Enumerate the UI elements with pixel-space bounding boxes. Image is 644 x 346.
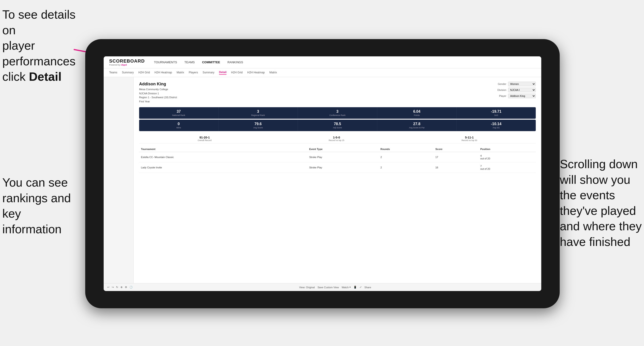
subnav-detail[interactable]: Detail	[219, 71, 227, 75]
cell-tournament: Lady Coyote Invite	[139, 163, 292, 173]
save-custom-button[interactable]: Save Custom View	[318, 286, 339, 289]
player-college: Mesa Community College	[139, 87, 177, 92]
record-item: 91-20-1Overall Record	[198, 136, 212, 142]
nav-rankings[interactable]: RANKINGS	[227, 60, 243, 64]
device-button[interactable]: 📱	[354, 286, 357, 289]
record-item: 5-11-1Record vs top 50	[462, 136, 477, 142]
col-position: Position	[478, 146, 536, 152]
gender-filter-row: Gender Women Men	[494, 82, 536, 86]
annotation-bold: Detail	[29, 70, 62, 83]
player-select[interactable]: Addison King	[508, 94, 536, 98]
annotation-r5: and where they	[560, 219, 642, 233]
refresh-button[interactable]: ↻	[116, 286, 118, 289]
subnav-h2h-grid2[interactable]: H2H Grid	[231, 71, 242, 75]
tournament-table: Tournament Event Type Rounds Score Posit…	[139, 146, 536, 173]
stat-cell: 0Wins	[139, 120, 218, 131]
zoom-button[interactable]: ⊕	[120, 286, 122, 289]
tablet-screen: SCOREBOARD Powered by clippd TOURNAMENTS…	[104, 56, 541, 291]
annotation-bottom-left: You can see rankings and key information	[2, 175, 80, 237]
subnav-h2h-heatmap2[interactable]: H2H Heatmap	[247, 71, 265, 75]
clock-button[interactable]: 🕐	[130, 286, 133, 289]
player-region: Region 1 - Southwest (18) District	[139, 95, 177, 100]
main-content: Addison King Mesa Community College NJCA…	[134, 77, 541, 283]
content-area: Addison King Mesa Community College NJCA…	[104, 77, 541, 283]
stat-cell: 3Regional Rank	[218, 107, 298, 119]
player-header: Addison King Mesa Community College NJCA…	[139, 82, 536, 104]
sub-nav: Teams Summary H2H Grid H2H Heatmap Matri…	[104, 68, 541, 77]
annotation-r6: have finished	[560, 235, 630, 248]
division-select[interactable]: NJCAA I NJCAA II	[508, 88, 536, 92]
subnav-h2h-grid[interactable]: H2H Grid	[138, 71, 150, 75]
annotation-line3: click	[2, 70, 29, 83]
subnav-summary[interactable]: Summary	[122, 71, 134, 75]
annotation-top-left: To see details on player performances cl…	[2, 7, 80, 85]
subnav-teams[interactable]: Teams	[109, 71, 117, 75]
subnav-matrix[interactable]: Matrix	[177, 71, 184, 75]
redo-button[interactable]: ↪	[112, 286, 114, 289]
stat-cell: 79.6Avg Score	[218, 120, 298, 131]
app-header: SCOREBOARD Powered by clippd TOURNAMENTS…	[104, 56, 541, 68]
view-original-button[interactable]: View: Original	[299, 286, 315, 289]
cell-spacer	[292, 163, 307, 173]
annotation-r4: they've played	[560, 204, 636, 217]
stat-cell: -10.14Avg SG	[456, 120, 536, 131]
stat-cell: 6.04Points	[377, 107, 457, 119]
subnav-matrix2[interactable]: Matrix	[270, 71, 277, 75]
watch-label: Watch	[342, 286, 349, 289]
cell-position: 4 out of 20	[478, 152, 536, 163]
cell-score: 16	[434, 163, 478, 173]
share-label: Share	[364, 286, 371, 289]
record-item: 1-5-0Record vs top 25	[329, 136, 344, 142]
watch-button[interactable]: Watch ▾	[342, 286, 351, 289]
player-info: Addison King Mesa Community College NJCA…	[139, 82, 177, 104]
share-button[interactable]: Share	[364, 286, 371, 289]
player-filter-row: Player Addison King	[494, 94, 536, 98]
col-tournament: Tournament	[139, 146, 292, 152]
save-custom-label: Save Custom View	[318, 286, 339, 289]
stats-row2: 0Wins79.6Avg Score78.5Adj Score27.8Avg S…	[139, 120, 536, 131]
table-body: Estella CC- Mountain Classic Stroke Play…	[139, 152, 536, 173]
subnav-summary2[interactable]: Summary	[202, 71, 214, 75]
division-filter-row: Division NJCAA I NJCAA II	[494, 88, 536, 92]
nav-committee[interactable]: COMMITTEE	[202, 60, 220, 64]
cell-rounds: 2	[379, 163, 434, 173]
cell-event-type: Stroke Play	[307, 152, 378, 163]
logo-clippd: clippd	[121, 64, 127, 66]
view-original-label: View: Original	[299, 286, 315, 289]
scoreboard-logo: SCOREBOARD Powered by clippd	[109, 58, 145, 66]
gender-select[interactable]: Women Men	[508, 82, 536, 86]
table-head: Tournament Event Type Rounds Score Posit…	[139, 146, 536, 152]
annotation-bl3: key information	[2, 207, 62, 236]
player-name: Addison King	[139, 82, 177, 86]
stat-cell: 27.8Avg Score to Par	[377, 120, 457, 131]
subnav-h2h-heatmap[interactable]: H2H Heatmap	[154, 71, 172, 75]
nav-teams[interactable]: TEAMS	[184, 60, 195, 64]
cell-spacer	[292, 152, 307, 163]
col-rounds: Rounds	[379, 146, 434, 152]
bottom-toolbar: ↩ ↪ ↻ ⊕ ⚙ 🕐 View: Original Save Custom V…	[104, 283, 541, 291]
stat-cell: 3Conference Rank	[298, 107, 377, 119]
main-nav: TOURNAMENTS TEAMS COMMITTEE RANKINGS	[154, 60, 243, 64]
tablet: SCOREBOARD Powered by clippd TOURNAMENTS…	[85, 39, 560, 308]
annotation-line2: player performances	[2, 39, 76, 68]
subnav-players[interactable]: Players	[189, 71, 198, 75]
cell-position: 7 out of 20	[478, 163, 536, 173]
annotation-bl1: You can see	[2, 176, 68, 189]
undo-button[interactable]: ↩	[107, 286, 110, 289]
division-label: Division	[494, 89, 506, 91]
table-header-row: Tournament Event Type Rounds Score Posit…	[139, 146, 536, 152]
stats-row1: 37National Rank3Regional Rank3Conference…	[139, 107, 536, 119]
cell-score: 17	[434, 152, 478, 163]
cell-rounds: 2	[379, 152, 434, 163]
col-spacer	[292, 146, 307, 152]
settings-button[interactable]: ⚙	[125, 286, 127, 289]
nav-tournaments[interactable]: TOURNAMENTS	[154, 60, 177, 64]
gender-label: Gender	[494, 83, 506, 85]
table-row: Estella CC- Mountain Classic Stroke Play…	[139, 152, 536, 163]
player-division: NJCAA Division 1	[139, 92, 177, 96]
player-year: First Year	[139, 100, 177, 104]
stat-cell: -19.71SoS	[456, 107, 536, 119]
col-event-type: Event Type	[307, 146, 378, 152]
expand-button[interactable]: ⤢	[360, 286, 362, 289]
stat-cell: 37National Rank	[139, 107, 218, 119]
